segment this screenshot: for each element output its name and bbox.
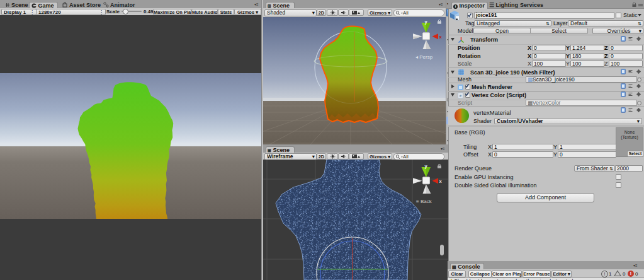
- svg-text:◂ Persp: ◂ Persp: [415, 54, 433, 60]
- svg-text:≡ Back: ≡ Back: [416, 199, 432, 204]
